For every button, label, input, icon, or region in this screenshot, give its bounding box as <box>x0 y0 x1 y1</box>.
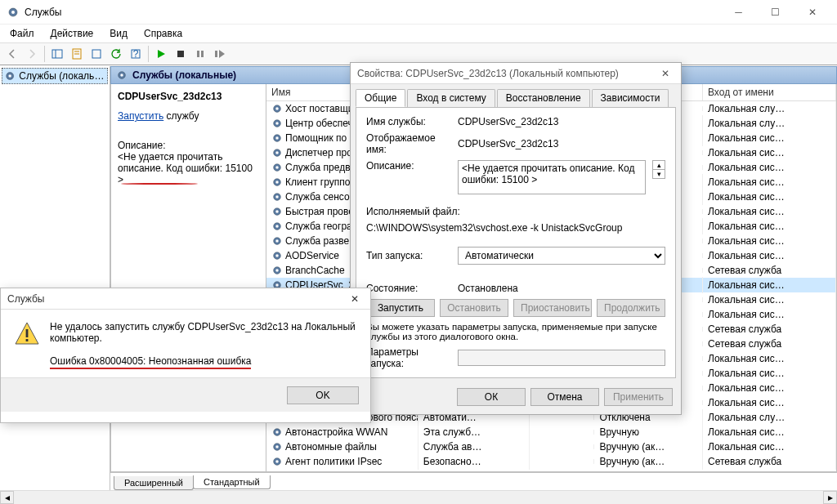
svg-rect-10 <box>177 51 184 57</box>
cancel-button[interactable]: Отмена <box>530 388 599 406</box>
menu-help[interactable]: Справка <box>137 26 189 41</box>
error-titlebar: Службы ✕ <box>1 288 370 310</box>
svg-text:?: ? <box>133 48 139 60</box>
pause-service-button[interactable] <box>191 45 209 63</box>
menu-view[interactable]: Вид <box>103 26 134 41</box>
description-text: <Не удается прочитать описание. Код ошиб… <box>118 151 259 185</box>
pause-button: Приостановить <box>513 299 592 317</box>
svg-point-21 <box>275 122 279 125</box>
value-desc[interactable]: <Не удается прочитать описание. Код ошиб… <box>458 160 646 194</box>
svg-point-29 <box>275 181 279 184</box>
menubar: Файл Действие Вид Справка <box>0 25 837 42</box>
menu-action[interactable]: Действие <box>44 26 101 41</box>
export-button[interactable] <box>87 45 105 63</box>
restart-service-button[interactable] <box>211 45 229 63</box>
value-state: Остановлена <box>458 283 665 294</box>
label-disp-name: Отображаемое имя: <box>366 132 451 155</box>
svg-point-17 <box>120 74 123 77</box>
tab-dependencies[interactable]: Зависимости <box>592 89 669 107</box>
desc-scroll-down[interactable]: ▾ <box>652 170 665 179</box>
tab-recovery[interactable]: Восстановление <box>497 89 590 107</box>
error-ok-button[interactable]: OK <box>287 386 359 404</box>
svg-rect-13 <box>215 51 217 57</box>
svg-rect-69 <box>26 339 29 341</box>
svg-rect-68 <box>26 329 29 337</box>
tab-standard[interactable]: Стандартный <box>193 475 271 489</box>
close-button[interactable]: ✕ <box>794 0 830 25</box>
window-title: Службы <box>25 7 61 18</box>
description-label: Описание: <box>118 140 259 151</box>
svg-rect-2 <box>52 50 62 58</box>
menu-file[interactable]: Файл <box>3 26 41 41</box>
show-hide-tree-button[interactable] <box>48 45 66 63</box>
refresh-button[interactable] <box>107 45 125 63</box>
console-tree[interactable]: Службы (локальные) <box>0 66 110 490</box>
svg-point-23 <box>275 136 279 140</box>
tab-extended[interactable]: Расширенный <box>114 476 194 490</box>
value-disp-name: CDPUserSvc_23d2c13 <box>458 138 665 149</box>
apply-button: Применить <box>604 388 673 406</box>
svg-rect-7 <box>92 50 101 58</box>
svg-point-63 <box>275 430 279 434</box>
svg-point-19 <box>275 107 279 110</box>
label-startup: Тип запуска: <box>366 250 451 261</box>
forward-button[interactable] <box>23 45 41 63</box>
ok-button[interactable]: ОК <box>457 388 526 406</box>
properties-button[interactable] <box>68 45 86 63</box>
svg-rect-12 <box>201 51 204 57</box>
warning-icon <box>14 321 40 347</box>
maximize-button[interactable]: ☐ <box>757 0 794 25</box>
svg-point-65 <box>275 445 279 448</box>
selected-service-name: CDPUserSvc_23d2c13 <box>118 91 222 102</box>
tab-general[interactable]: Общие <box>356 89 405 107</box>
resume-button: Продолжить <box>597 299 665 317</box>
gear-icon <box>116 69 128 81</box>
startup-hint: Вы можете указать параметры запуска, при… <box>366 322 665 341</box>
svg-point-25 <box>275 151 279 154</box>
error-title: Службы <box>7 293 44 305</box>
minimize-button[interactable]: ─ <box>720 0 757 25</box>
scroll-left-button[interactable]: ◂ <box>0 491 14 504</box>
svg-point-33 <box>275 210 279 213</box>
titlebar: Службы ─ ☐ ✕ <box>0 0 837 25</box>
desc-scroll-up[interactable]: ▴ <box>652 160 665 170</box>
dialog-tabs: Общие Вход в систему Восстановление Зави… <box>351 84 681 107</box>
label-state: Состояние: <box>366 283 451 294</box>
label-desc: Описание: <box>366 160 451 172</box>
error-line1: Не удалось запустить службу CDPUserSvc_2… <box>50 321 357 344</box>
value-svc-name: CDPUserSvc_23d2c13 <box>458 116 665 127</box>
service-row[interactable]: Автонастройка WWANЭта служб…ВручнуюЛокал… <box>266 425 836 439</box>
tab-page-general: Имя службы:CDPUserSvc_23d2c13 Отображаем… <box>356 107 676 378</box>
tree-root-label: Службы (локальные) <box>19 70 105 82</box>
dialog-close-button[interactable]: ✕ <box>656 68 674 79</box>
service-row[interactable]: Агент политики IPsecБезопасно…Вручную (а… <box>266 454 836 469</box>
start-button[interactable]: Запустить <box>366 299 435 317</box>
help-button[interactable]: ? <box>127 45 145 63</box>
annotation-mark <box>121 183 198 185</box>
tab-logon[interactable]: Вход в систему <box>407 89 495 107</box>
start-service-link[interactable]: Запустить <box>118 110 163 122</box>
stop-service-button[interactable] <box>172 45 190 63</box>
col-logon[interactable]: Вход от имени <box>703 84 836 100</box>
service-row[interactable]: Автономные файлыСлужба ав…Вручную (ак…Ло… <box>266 439 836 454</box>
start-suffix: службу <box>163 110 199 122</box>
error-close-button[interactable]: ✕ <box>346 293 364 305</box>
error-line2: Ошибка 0x80004005: Неопознанная ошибка <box>50 355 251 369</box>
horizontal-scrollbar[interactable]: ◂ ▸ <box>0 490 837 504</box>
scroll-right-button[interactable]: ▸ <box>823 491 837 504</box>
start-service-button[interactable] <box>152 45 170 63</box>
svg-point-27 <box>275 166 279 169</box>
svg-point-15 <box>8 74 11 78</box>
svg-point-39 <box>275 254 279 257</box>
content-tabs: Расширенный Стандартный <box>110 472 837 490</box>
back-button[interactable] <box>3 45 21 63</box>
content-header-label: Службы (локальные) <box>132 69 236 81</box>
dialog-titlebar: Свойства: CDPUserSvc_23d2c13 (Локальный … <box>351 63 681 84</box>
startup-params-input <box>458 350 665 366</box>
svg-rect-11 <box>197 51 199 57</box>
tree-root-item[interactable]: Службы (локальные) <box>2 68 108 84</box>
svg-point-37 <box>275 239 279 243</box>
svg-point-43 <box>275 283 279 287</box>
startup-type-select[interactable]: Автоматически <box>458 247 665 265</box>
svg-point-35 <box>275 225 279 228</box>
